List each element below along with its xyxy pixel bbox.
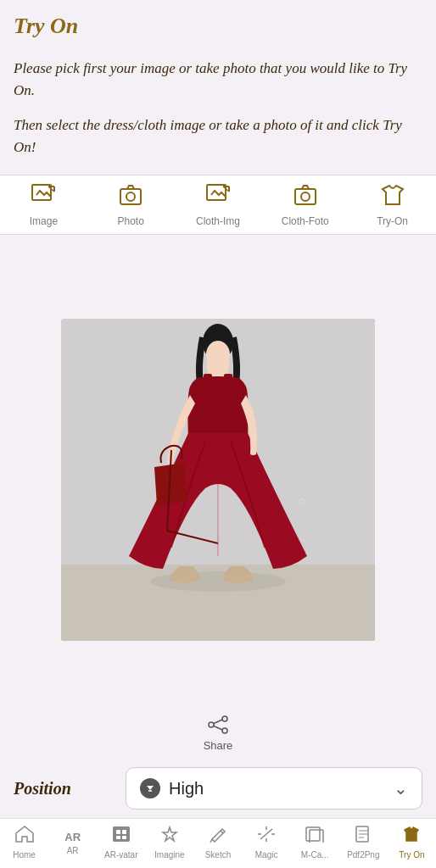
svg-line-26 [214, 720, 222, 724]
svg-rect-10 [295, 189, 316, 204]
instructions-area: Please pick first your image or take pho… [0, 49, 436, 175]
toolbar-photo-label: Photo [118, 215, 144, 227]
toolbar-image[interactable]: Image [0, 184, 87, 227]
svg-point-23 [222, 716, 227, 721]
svg-rect-19 [224, 374, 232, 399]
position-value: High [169, 779, 204, 798]
svg-point-17 [206, 341, 230, 368]
magic-icon [257, 826, 276, 848]
position-bar: Position High ⌄ [0, 759, 436, 818]
toolbar-image-label: Image [30, 215, 58, 227]
svg-line-36 [221, 831, 223, 833]
page-title: Try On [14, 14, 78, 38]
toolbar-cloth-img-label: Cloth-Img [196, 215, 240, 227]
cloth-foto-icon [293, 184, 317, 212]
position-select-content: High [140, 778, 204, 798]
nav-sketch-label: Sketch [205, 850, 232, 860]
svg-rect-32 [116, 830, 120, 834]
ar-icon: AR [64, 831, 81, 843]
camera-icon [119, 184, 143, 212]
position-dropdown[interactable]: High ⌄ [126, 767, 422, 810]
nav-pdf2png-label: Pdf2Png [347, 850, 379, 860]
svg-point-5 [126, 192, 135, 201]
nav-ar[interactable]: AR AR [48, 831, 97, 855]
chevron-down-icon: ⌄ [394, 778, 408, 798]
toolbar: Image Photo Cloth-Img [0, 175, 436, 235]
bottom-nav: Home AR AR AR-vatar Imagine [0, 818, 436, 868]
svg-rect-31 [113, 826, 130, 842]
header: Try On [0, 0, 436, 49]
nav-magic-label: Magic [255, 850, 278, 860]
home-icon [15, 826, 34, 848]
svg-rect-35 [122, 836, 126, 839]
position-select-icon [140, 778, 160, 798]
nav-tryon[interactable]: Try On [388, 826, 436, 860]
imagine-icon [160, 826, 179, 848]
svg-text:©: © [299, 497, 305, 507]
nav-sketch[interactable]: Sketch [193, 826, 242, 860]
arvatar-icon [112, 826, 131, 848]
toolbar-cloth-img[interactable]: Cloth-Img [175, 184, 262, 227]
svg-rect-34 [116, 836, 120, 839]
tryon-icon [402, 826, 421, 848]
image-area: © [0, 235, 436, 707]
instruction-line1: Please pick first your image or take pho… [14, 58, 422, 101]
svg-line-37 [210, 839, 212, 843]
toolbar-try-on-label: Try-On [377, 215, 408, 227]
nav-arvatar-label: AR-vatar [104, 850, 137, 860]
nav-arvatar[interactable]: AR-vatar [97, 826, 145, 860]
nav-magic[interactable]: Magic [243, 826, 291, 860]
nav-imagine-label: Imagine [154, 850, 185, 860]
svg-line-38 [260, 829, 272, 839]
svg-rect-33 [122, 830, 126, 834]
svg-line-27 [214, 726, 222, 731]
sketch-icon [209, 826, 227, 848]
nav-tryon-label: Try On [399, 850, 424, 860]
nav-pdf2png[interactable]: Pdf2Png [339, 826, 388, 860]
pdf2png-icon [354, 826, 372, 848]
share-icon [207, 715, 229, 739]
toolbar-photo[interactable]: Photo [87, 184, 175, 227]
cloth-img-icon [206, 184, 230, 212]
svg-point-11 [301, 192, 310, 201]
position-label: Position [14, 779, 115, 798]
svg-point-24 [222, 728, 227, 733]
svg-rect-18 [204, 374, 212, 399]
instruction-line2: Then select the dress/cloth image or tak… [14, 114, 422, 158]
share-label: Share [204, 739, 233, 752]
toolbar-cloth-foto[interactable]: Cloth-Foto [261, 184, 349, 227]
share-area[interactable]: Share [0, 707, 436, 759]
nav-mca[interactable]: M-Ca... [291, 826, 339, 860]
svg-point-25 [209, 722, 214, 727]
nav-home[interactable]: Home [0, 826, 48, 860]
toolbar-try-on[interactable]: Try-On [349, 184, 436, 227]
svg-point-14 [150, 571, 286, 592]
tshirt-icon [380, 184, 405, 212]
nav-ar-label: AR [67, 846, 79, 855]
mca-icon [305, 826, 324, 848]
nav-imagine[interactable]: Imagine [145, 826, 193, 860]
svg-rect-4 [120, 189, 141, 204]
nav-mca-label: M-Ca... [301, 850, 329, 860]
image-icon [31, 184, 55, 212]
dress-image: © [61, 319, 375, 641]
toolbar-cloth-foto-label: Cloth-Foto [282, 215, 329, 227]
nav-home-label: Home [13, 850, 36, 860]
